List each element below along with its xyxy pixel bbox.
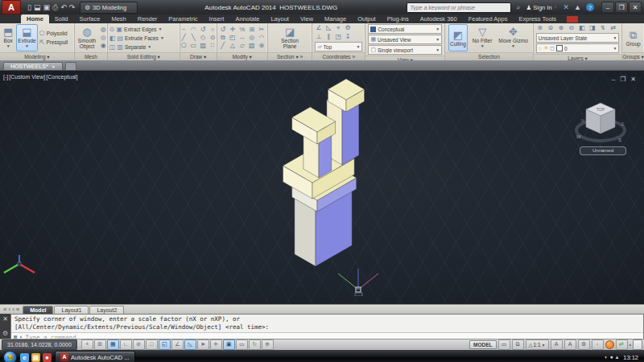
view-name-dropdown[interactable]: ▦ Unsaved View ▼ [368, 35, 442, 44]
viewcube-wcs-menu[interactable]: Unnamed [580, 146, 626, 155]
ucs-object-icon[interactable]: ◳ [334, 33, 342, 41]
viewport-config-dropdown[interactable]: ▢ Single viewport ▼ [368, 45, 442, 55]
revision-cloud-icon[interactable]: ↺ [199, 26, 207, 34]
arc-icon[interactable]: ◠ [189, 26, 197, 34]
toggle-dyn[interactable]: ➤ [197, 339, 209, 350]
redo-icon[interactable]: ↷ [69, 2, 76, 13]
copy-icon[interactable]: ⧉ [219, 34, 227, 42]
tab-home[interactable]: Home [21, 14, 49, 23]
mesh-sphere-icon[interactable]: ◍ [99, 26, 107, 34]
last-tab-button[interactable]: » [16, 306, 19, 313]
file-tab-hostweels[interactable]: HOSTWEELS* ▼ [3, 62, 63, 70]
tab-plug-ins[interactable]: Plug-ins [382, 14, 415, 23]
vp-visual-style[interactable]: [Conceptual] [46, 74, 77, 80]
box-button[interactable]: ⬒ Box▼ [2, 24, 14, 51]
vp-close-button[interactable]: ✕ [630, 76, 636, 83]
toggle-snap[interactable]: ⊞ [94, 339, 106, 350]
prev-tab-button[interactable]: ‹ [8, 306, 10, 313]
polygon-icon[interactable]: ⬠ [180, 42, 188, 50]
command-tools-icon[interactable]: ⚙ [2, 330, 8, 337]
ucs-z-icon[interactable]: ⊥ [315, 33, 323, 41]
toggle-selection-cycling[interactable]: ↻ [249, 339, 261, 350]
search-input[interactable] [407, 5, 510, 10]
extrude-faces-button[interactable]: ◧▤Extrude Faces▼ [109, 34, 178, 42]
tray-arrow-icon[interactable]: ⇄ [616, 339, 628, 350]
command-close-icon[interactable]: ✕ [2, 315, 8, 323]
coordinates-readout[interactable]: 31.0186, 14.0228, 0.0000 [2, 339, 77, 350]
presspull-button[interactable]: ⇱ Presspull [39, 39, 68, 47]
restore-button[interactable]: ❐ [615, 2, 628, 13]
media-app-icon[interactable]: ● [43, 353, 52, 362]
annotation-visibility-icon[interactable]: A [551, 339, 563, 350]
ucs-named-dropdown[interactable]: ▱ Top ▼ [315, 42, 362, 51]
line-icon[interactable]: ╲ [189, 34, 197, 42]
tab-render[interactable]: Render [132, 14, 163, 23]
hatch-icon[interactable]: ▨ [199, 42, 207, 50]
tray-volume[interactable]: ▴ [616, 354, 619, 360]
circle-icon[interactable]: ○ [208, 26, 217, 34]
group-button[interactable]: ⧉ Group [625, 24, 642, 51]
panel-label-groups[interactable]: Groups ▾ [622, 52, 644, 60]
start-button[interactable] [3, 351, 17, 362]
vp-controls[interactable]: [-] [3, 74, 8, 80]
tab-express-tools[interactable]: Express Tools [513, 14, 562, 23]
model-space-button[interactable]: MODEL [469, 340, 496, 349]
minimize-button[interactable]: ‒ [601, 2, 614, 13]
tab-view[interactable]: View [295, 14, 319, 23]
ribbon-media-icon[interactable] [567, 16, 578, 23]
command-window[interactable]: Specify corner of window, enter a scale … [10, 314, 644, 339]
taskbar-autocad-button[interactable]: A Autodesk AutoCAD ... [55, 351, 135, 362]
toggle-lwt[interactable]: ✛ [210, 339, 222, 350]
ucs-face-icon[interactable]: ∥ [324, 33, 332, 41]
ucs-icon[interactable]: ∠ [315, 24, 323, 32]
explorer-folder-icon[interactable]: ▤ [31, 353, 40, 362]
explode-icon[interactable]: △ [229, 42, 237, 50]
ucs-settings-icon[interactable]: ⚙ [344, 24, 352, 32]
tab-mesh[interactable]: Mesh [105, 14, 131, 23]
annotation-scale-button[interactable]: △ 1:1 ▼ [526, 339, 549, 350]
toggle-quick-properties[interactable]: ▭ [236, 339, 248, 350]
spline-icon[interactable]: ~ [180, 26, 188, 34]
solid-model[interactable] [266, 77, 411, 274]
panel-label-solid-editing[interactable]: Solid Editing ▾ [108, 52, 180, 60]
drawing-viewport[interactable]: [-][Custom View][Conceptual] ‒ ❐ ✕ TOP W… [0, 71, 644, 304]
open-icon[interactable]: ⬓ [34, 2, 41, 13]
toggle-grid[interactable]: ▦ [107, 339, 119, 350]
vp-view[interactable]: [Custom View] [9, 74, 45, 80]
layer-freeze-icon[interactable]: ◧ [578, 24, 586, 32]
tab-output[interactable]: Output [352, 14, 382, 23]
no-filter-button[interactable]: ▽ No Filter▼ [471, 24, 494, 51]
new-icon[interactable]: ▯ [27, 2, 31, 13]
blend-icon[interactable]: ▧ [248, 42, 256, 50]
toggle-3d-osnap[interactable]: ◱ [159, 339, 171, 350]
new-drawing-tab-button[interactable] [65, 62, 76, 70]
toggle-annotation-monitor[interactable]: ⊕ [262, 339, 274, 350]
toggle-infer-constraints[interactable]: + [81, 339, 93, 350]
communication-center-icon[interactable]: ▲ [574, 3, 581, 11]
smooth-object-button[interactable]: ◍ Smooth Object [76, 24, 97, 51]
tab-featured-apps[interactable]: Featured Apps [463, 14, 514, 23]
internet-explorer-icon[interactable]: e [20, 353, 29, 362]
tab-layout1[interactable]: Layout1 [54, 306, 89, 314]
panel-label-modeling[interactable]: Modeling ▾ [0, 52, 74, 60]
toggle-transparency[interactable]: ▣ [223, 339, 235, 350]
rotate-icon[interactable]: ↺ [219, 26, 227, 34]
fillet-icon[interactable]: ◠ [258, 34, 266, 42]
panel-label-section[interactable]: Section ▾ » [268, 52, 312, 60]
tab-manage[interactable]: Manage [319, 14, 352, 23]
toolbar-lock-icon[interactable]: ◦ [592, 339, 604, 350]
workspace-dropdown[interactable]: ⚙ 3D Modeling ▼ [80, 2, 138, 14]
toggle-otrack[interactable]: ∠ [171, 339, 184, 350]
panel-label-draw[interactable]: Draw ▾ [180, 52, 217, 60]
scale-icon[interactable]: % [238, 26, 246, 34]
vp-minimize-button[interactable]: ‒ [612, 76, 615, 83]
panel-label-coordinates[interactable]: Coordinates » [312, 52, 365, 60]
undo-icon[interactable]: ↶ [60, 2, 67, 13]
search-icon[interactable]: ⌕ [516, 3, 520, 12]
tab-model[interactable]: Model [23, 306, 53, 314]
toggle-polar[interactable]: ⊘ [133, 339, 145, 350]
layer-state-dropdown[interactable]: Unsaved Layer State ▼ [536, 33, 620, 43]
panel-label-selection[interactable]: Selection [445, 52, 533, 60]
section-plane-button[interactable]: ◪ Section Plane [279, 24, 300, 51]
array-icon[interactable]: ⊞ [248, 26, 256, 34]
